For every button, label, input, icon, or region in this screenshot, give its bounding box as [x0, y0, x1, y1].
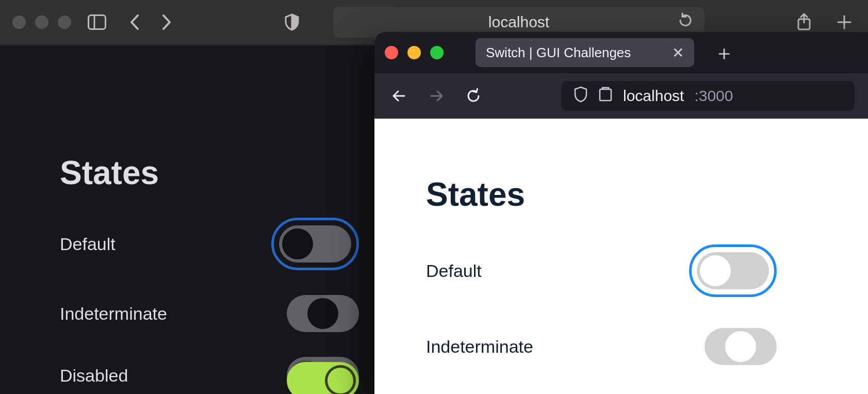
safari-traffic-lights [12, 15, 71, 29]
switch-label: Default [426, 261, 482, 281]
switch-label: Indeterminate [60, 304, 167, 324]
new-tab-button[interactable] [833, 11, 856, 34]
focus-ring [689, 244, 777, 297]
switch-default[interactable] [279, 225, 351, 262]
switch-thumb [325, 365, 356, 394]
traffic-light-minimize[interactable] [35, 15, 48, 29]
site-info-icon[interactable] [598, 86, 613, 106]
traffic-light-close[interactable] [385, 46, 398, 59]
back-button[interactable] [123, 11, 145, 34]
switch-thumb [700, 255, 731, 286]
switch-row-partial [60, 362, 359, 394]
forward-button[interactable] [425, 85, 448, 107]
safari-nav-group [123, 11, 178, 34]
switch-indeterminate[interactable] [287, 295, 359, 332]
reload-icon[interactable] [678, 13, 693, 32]
switch-label: Default [60, 234, 116, 254]
traffic-light-close[interactable] [12, 15, 26, 29]
tab-close-icon[interactable]: ✕ [672, 44, 684, 61]
firefox-traffic-lights [385, 46, 444, 59]
page-heading: States [426, 175, 868, 214]
url-port: :3000 [694, 87, 733, 105]
firefox-window: Switch | GUI Challenges ✕ ＋ localhost:30… [374, 32, 868, 394]
switch-thumb [307, 298, 338, 329]
tracking-protection-icon[interactable] [574, 86, 588, 106]
switch-thumb [282, 228, 313, 259]
new-tab-button[interactable]: ＋ [714, 39, 734, 67]
switch-row-indeterminate: Indeterminate [426, 328, 777, 365]
traffic-light-zoom[interactable] [58, 15, 71, 29]
focus-ring [271, 218, 359, 270]
switch-default[interactable] [697, 252, 769, 289]
firefox-page-content: States Default Indeterminate Disabled [374, 119, 868, 394]
traffic-light-minimize[interactable] [407, 46, 421, 59]
browser-tab[interactable]: Switch | GUI Challenges ✕ [476, 38, 694, 67]
switch-row-default: Default [426, 244, 777, 297]
tab-title: Switch | GUI Challenges [486, 45, 631, 61]
switch-thumb [725, 331, 756, 362]
sidebar-toggle-button[interactable] [86, 11, 108, 34]
firefox-address-bar[interactable]: localhost:3000 [561, 81, 855, 111]
safari-url-text: localhost [488, 13, 549, 31]
traffic-light-zoom[interactable] [430, 46, 444, 59]
switch-row-default: Default [60, 218, 359, 270]
share-icon[interactable] [793, 11, 815, 34]
back-button[interactable] [388, 85, 411, 107]
reload-button[interactable] [462, 85, 485, 107]
switch-label: Indeterminate [426, 337, 533, 357]
switch-indeterminate[interactable] [705, 328, 777, 365]
svg-rect-0 [89, 15, 106, 29]
switch-checked[interactable] [287, 362, 359, 394]
url-host: localhost [623, 87, 684, 105]
safari-toolbar-right [793, 11, 856, 34]
firefox-tab-bar: Switch | GUI Challenges ✕ ＋ [374, 32, 868, 73]
privacy-shield-icon[interactable] [281, 11, 303, 34]
firefox-toolbar: localhost:3000 [374, 73, 868, 119]
forward-button[interactable] [156, 11, 178, 34]
svg-rect-8 [600, 89, 611, 101]
switch-row-indeterminate: Indeterminate [60, 295, 359, 332]
